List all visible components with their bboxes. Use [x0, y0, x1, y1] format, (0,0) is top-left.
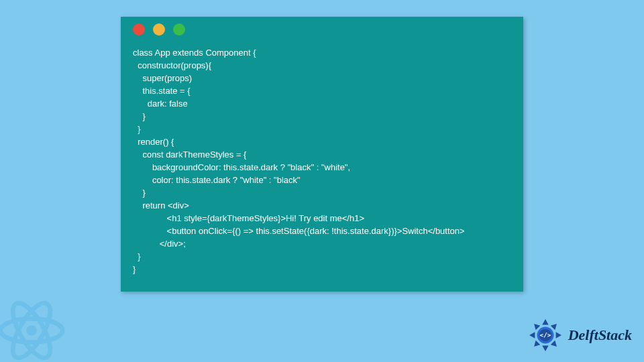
window-titlebar	[121, 17, 523, 42]
svg-marker-5	[550, 322, 559, 330]
svg-text:</>: </>	[539, 331, 551, 339]
svg-marker-4	[542, 319, 548, 324]
brand: </> DelftStack	[528, 318, 632, 353]
svg-marker-9	[531, 341, 540, 349]
close-icon	[133, 23, 145, 36]
brand-name: DelftStack	[568, 326, 632, 344]
code-snippet: class App extends Component { constructo…	[121, 42, 523, 286]
code-window: class App extends Component { constructo…	[121, 17, 523, 292]
svg-marker-8	[542, 346, 548, 351]
maximize-icon	[173, 23, 185, 36]
brand-logo-icon: </>	[528, 318, 563, 353]
svg-marker-10	[529, 332, 535, 338]
svg-point-3	[26, 325, 36, 335]
svg-marker-11	[531, 322, 540, 330]
svg-marker-6	[555, 332, 561, 338]
minimize-icon	[153, 23, 165, 36]
svg-marker-7	[550, 341, 559, 349]
decorative-atom-icon	[0, 294, 68, 362]
